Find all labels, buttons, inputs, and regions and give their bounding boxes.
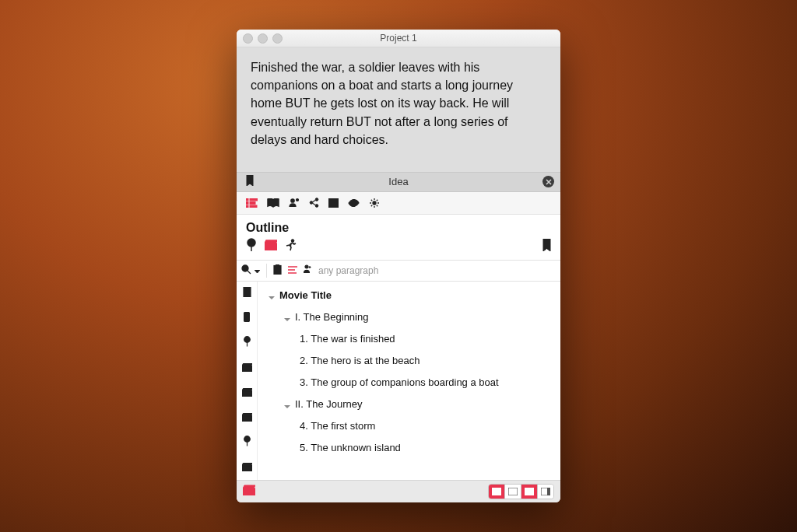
tree-root[interactable]: Movie Title: [258, 285, 560, 306]
svg-rect-41: [547, 488, 550, 495]
eye-icon[interactable]: [348, 199, 360, 207]
text-lines-icon[interactable]: [288, 265, 297, 276]
svg-point-22: [305, 265, 308, 268]
outline-tree[interactable]: Movie Title I. The Beginning 1. The war …: [258, 282, 560, 480]
svg-rect-34: [243, 488, 255, 495]
gutter-phone-icon[interactable]: [244, 311, 250, 325]
svg-rect-28: [242, 390, 252, 396]
bottom-bar: [237, 480, 560, 502]
svg-rect-2: [246, 201, 248, 204]
svg-rect-4: [246, 205, 248, 208]
svg-point-14: [373, 201, 376, 205]
summary-panel[interactable]: Finished the war, a soldier leaves with …: [237, 47, 560, 172]
window-title: Project 1: [237, 33, 560, 44]
section-title: Outline: [237, 215, 560, 238]
gutter-clapper-icon[interactable]: [242, 386, 252, 400]
layout-bottom-icon[interactable]: [521, 485, 537, 499]
tree-act[interactable]: II. The Journey: [258, 394, 560, 415]
outline-body: Movie Title I. The Beginning 1. The war …: [237, 282, 560, 480]
filter-bar: any paragraph: [237, 260, 560, 282]
idea-bar: Idea: [237, 172, 560, 192]
clapper-icon[interactable]: [243, 485, 255, 499]
svg-rect-1: [250, 198, 258, 201]
runner-icon[interactable]: [285, 239, 297, 254]
svg-point-18: [291, 240, 294, 243]
book-icon[interactable]: [267, 198, 279, 208]
view-toolbar: [237, 192, 560, 215]
gear-icon[interactable]: [369, 198, 380, 208]
svg-rect-27: [242, 366, 252, 371]
summary-text: Finished the war, a soldier leaves with …: [251, 61, 513, 146]
svg-rect-5: [250, 205, 257, 208]
clapper-icon[interactable]: [265, 240, 277, 254]
svg-rect-37: [508, 488, 518, 495]
disclosure-icon[interactable]: [269, 292, 276, 299]
svg-rect-36: [492, 488, 495, 495]
svg-rect-32: [242, 465, 252, 471]
app-window: Project 1 Finished the war, a soldier le…: [237, 30, 560, 502]
layout-segment: [488, 484, 554, 499]
svg-rect-29: [242, 415, 252, 421]
svg-rect-39: [525, 492, 534, 495]
svg-point-31: [246, 438, 248, 440]
pin-icon[interactable]: [246, 238, 257, 255]
tree-scene[interactable]: 1. The war is finished: [258, 328, 560, 350]
layout-right-icon[interactable]: [537, 485, 553, 499]
svg-rect-21: [276, 264, 279, 267]
search-icon[interactable]: [241, 264, 251, 277]
gutter-clapper-icon[interactable]: [242, 460, 252, 474]
titlebar[interactable]: Project 1: [237, 30, 560, 47]
tree-act-label: II. The Journey: [295, 398, 362, 410]
svg-rect-23: [244, 287, 251, 296]
panel-icon[interactable]: [328, 198, 339, 208]
bookmark-icon[interactable]: [542, 239, 551, 254]
svg-rect-0: [246, 198, 248, 201]
gutter-pin-icon[interactable]: [243, 336, 251, 350]
tree-scene[interactable]: 3. The group of companions boarding a bo…: [258, 372, 560, 394]
gutter-clapper-icon[interactable]: [242, 361, 252, 375]
svg-rect-24: [244, 312, 250, 321]
svg-point-19: [242, 265, 248, 271]
person-icon[interactable]: [304, 264, 312, 276]
svg-point-13: [353, 201, 356, 205]
idea-label: Idea: [237, 176, 560, 187]
clipboard-icon[interactable]: [273, 264, 282, 277]
outline-subtoolbar: [237, 238, 560, 260]
layout-left-icon[interactable]: [489, 485, 504, 499]
gutter-pin-icon[interactable]: [243, 436, 251, 450]
svg-rect-17: [265, 243, 277, 250]
disclosure-icon[interactable]: [284, 401, 292, 408]
tree-act[interactable]: I. The Beginning: [258, 306, 560, 328]
chevron-down-icon[interactable]: [255, 265, 260, 276]
tree-act-label: I. The Beginning: [295, 311, 368, 323]
svg-rect-3: [250, 201, 255, 204]
svg-point-16: [250, 241, 253, 244]
share-icon[interactable]: [309, 198, 319, 208]
filter-placeholder[interactable]: any paragraph: [318, 265, 378, 276]
tree-root-label: Movie Title: [279, 289, 332, 301]
people-icon[interactable]: [289, 198, 300, 208]
tree-scene[interactable]: 2. The hero is at the beach: [258, 350, 560, 372]
svg-point-26: [246, 338, 248, 341]
gutter: [237, 282, 258, 480]
layout-center-icon[interactable]: [504, 485, 521, 499]
tree-scene[interactable]: 5. The unknown island: [258, 437, 560, 459]
svg-rect-12: [329, 198, 339, 201]
gutter-clapper-icon[interactable]: [242, 411, 252, 425]
disclosure-icon[interactable]: [284, 313, 292, 321]
outline-view-icon[interactable]: [246, 198, 258, 208]
gutter-doc-icon[interactable]: [243, 286, 251, 300]
svg-point-6: [291, 199, 294, 202]
svg-point-7: [297, 199, 299, 201]
tree-scene[interactable]: 4. The first storm: [258, 415, 560, 437]
